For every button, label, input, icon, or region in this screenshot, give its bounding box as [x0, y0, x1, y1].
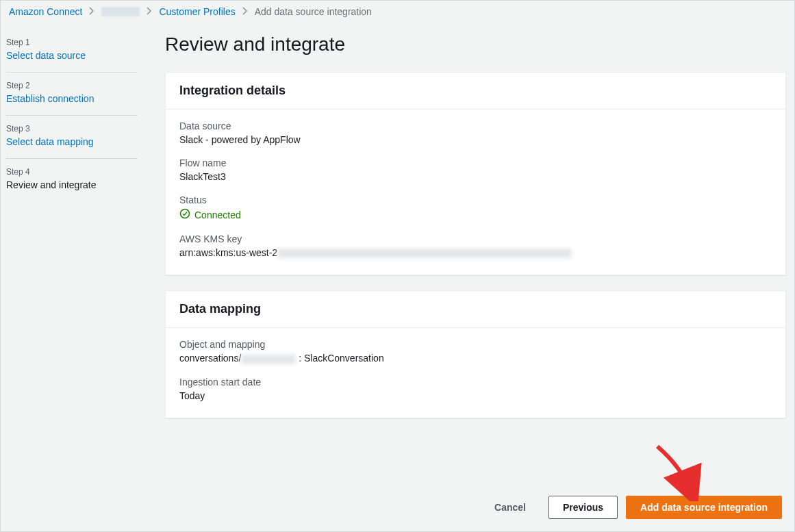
kms-prefix: arn:aws:kms:us-west-2	[179, 247, 277, 258]
wizard-steps: Step 1 Select data source Step 2 Establi…	[1, 23, 144, 447]
step-title[interactable]: Select data source	[6, 50, 138, 61]
field-label: Object and mapping	[179, 339, 772, 350]
wizard-footer: Cancel Previous Add data source integrat…	[480, 496, 782, 519]
status-text: Connected	[194, 210, 241, 220]
object-suffix: : SlackConversation	[296, 353, 383, 364]
breadcrumb-instance-redacted[interactable]	[101, 7, 140, 16]
step-label: Step 1	[6, 38, 138, 47]
breadcrumb-profiles[interactable]: Customer Profiles	[159, 6, 235, 17]
panel-header: Integration details	[166, 73, 785, 110]
field-label: Data source	[179, 121, 772, 131]
field-value: arn:aws:kms:us-west-2	[179, 247, 772, 258]
step-label: Step 3	[6, 124, 138, 134]
step-2[interactable]: Step 2 Establish connection	[6, 73, 138, 116]
object-prefix: conversations/	[179, 353, 241, 364]
data-source-field: Data source Slack - powered by AppFlow	[179, 121, 772, 145]
previous-button[interactable]: Previous	[548, 496, 618, 519]
step-label: Step 4	[6, 167, 138, 177]
breadcrumb-root[interactable]: Amazon Connect	[9, 6, 82, 17]
field-value: conversations/ : SlackConversation	[179, 353, 772, 364]
step-title: Review and integrate	[6, 179, 138, 190]
kms-key-field: AWS KMS key arn:aws:kms:us-west-2	[179, 233, 772, 258]
step-3[interactable]: Step 3 Select data mapping	[6, 116, 138, 159]
field-label: Status	[179, 194, 772, 205]
panel-header: Data mapping	[166, 291, 785, 328]
chevron-right-icon	[89, 6, 94, 17]
cancel-button[interactable]: Cancel	[480, 496, 540, 519]
field-label: Ingestion start date	[179, 377, 772, 388]
data-mapping-panel: Data mapping Object and mapping conversa…	[165, 290, 786, 418]
field-value: SlackTest3	[179, 171, 772, 182]
status-field: Status Connected	[179, 194, 772, 221]
page-title: Review and integrate	[165, 34, 786, 55]
field-value: Today	[179, 390, 772, 401]
step-4-current: Step 4 Review and integrate	[6, 159, 138, 201]
step-title[interactable]: Select data mapping	[6, 136, 138, 147]
chevron-right-icon	[242, 6, 248, 17]
step-label: Step 2	[6, 81, 138, 90]
main-content: Review and integrate Integration details…	[144, 23, 794, 447]
step-title[interactable]: Establish connection	[6, 93, 138, 104]
chevron-right-icon	[147, 6, 152, 17]
check-circle-icon	[179, 208, 190, 221]
status-value: Connected	[179, 208, 772, 221]
flow-name-field: Flow name SlackTest3	[179, 157, 772, 182]
step-1[interactable]: Step 1 Select data source	[6, 29, 138, 73]
object-mapping-field: Object and mapping conversations/ : Slac…	[179, 339, 772, 364]
integration-details-panel: Integration details Data source Slack - …	[165, 72, 786, 275]
add-data-source-integration-button[interactable]: Add data source integration	[626, 496, 782, 519]
field-value: Slack - powered by AppFlow	[179, 134, 772, 145]
redacted-text	[241, 355, 296, 364]
annotation-arrow-icon	[651, 440, 705, 501]
field-label: AWS KMS key	[179, 233, 772, 244]
redacted-text	[277, 249, 572, 258]
breadcrumb-current: Add data source integration	[255, 6, 372, 17]
breadcrumb: Amazon Connect Customer Profiles Add dat…	[1, 1, 794, 23]
field-label: Flow name	[179, 157, 772, 168]
ingestion-date-field: Ingestion start date Today	[179, 377, 772, 401]
